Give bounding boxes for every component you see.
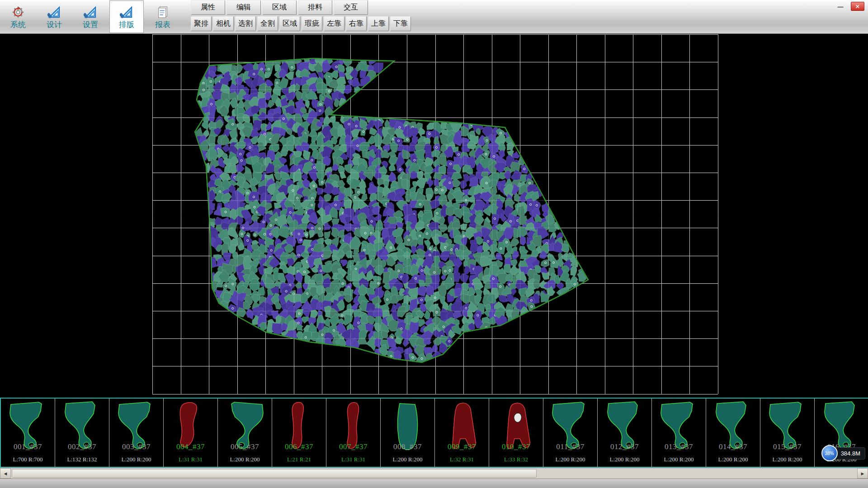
setsquare-icon [120, 5, 133, 19]
menu-tab-nesting[interactable]: 排料 [298, 0, 332, 15]
piece-label: 003_#37 [109, 442, 163, 451]
setsquare-icon [47, 5, 61, 19]
piece-lr-count: L:200 R:200 [109, 456, 163, 463]
thumbnail-item-007[interactable]: 007_#37L:31 R:31 [326, 399, 381, 467]
tool-button-system[interactable]: 系统 [1, 0, 35, 33]
close-button[interactable]: ✕ [851, 2, 864, 11]
tool-button-label: 设计 [47, 21, 62, 28]
tool-button-group: 系统设计设置排版报表 [0, 0, 181, 33]
piece-label: 001_#37 [1, 442, 55, 451]
tool-button-design[interactable]: 设计 [37, 0, 71, 33]
piece-label: 012_#37 [598, 442, 651, 451]
action-button-align-top[interactable]: 上靠 [368, 16, 389, 31]
menu-tab-properties[interactable]: 属性 [191, 0, 225, 15]
piece-label: 008_#37 [381, 442, 434, 451]
piece-lr-count: L:200 R:200 [543, 456, 597, 463]
window-controls: — ✕ [834, 2, 864, 11]
piece-label: 002_#37 [55, 442, 109, 451]
piece-label: 009_#37 [435, 442, 489, 451]
minimize-button[interactable]: — [834, 2, 847, 11]
piece-label: 011_#37 [543, 442, 597, 451]
thumbnail-item-012[interactable]: 012_#37L:200 R:200 [598, 399, 652, 467]
piece-label: 007_#37 [326, 442, 380, 451]
menu-tab-edit[interactable]: 编辑 [226, 0, 261, 15]
status-badge-group: 38% 384.8M [821, 445, 865, 461]
tool-button-settings[interactable]: 设置 [73, 0, 108, 33]
setsquare-icon [84, 5, 97, 19]
piece-lr-count: L:31 R:31 [164, 456, 217, 463]
tool-button-report[interactable]: 报表 [146, 0, 180, 33]
tool-button-label: 报表 [155, 21, 170, 28]
thumbnail-item-005[interactable]: 005_#37L:200 R:200 [218, 399, 272, 467]
action-button-align-bottom[interactable]: 下靠 [390, 16, 411, 31]
scrollbar-thumb[interactable] [12, 469, 537, 478]
report-icon [156, 5, 170, 19]
nesting-canvas[interactable] [0, 34, 868, 398]
piece-lr-count: L:33 R:32 [489, 456, 543, 463]
thumbnail-item-009[interactable]: 009_#37L:32 R:31 [435, 399, 489, 467]
status-bar [0, 479, 868, 488]
piece-label: 013_#37 [652, 442, 706, 451]
scrollbar-track[interactable] [11, 468, 857, 479]
piece-lr-count: L:200 R:200 [706, 456, 760, 463]
thumbnail-item-006[interactable]: 006_#37L:21 R:21 [272, 399, 326, 467]
thumbnail-item-010[interactable]: 010_#37L:33 R:32 [489, 399, 543, 467]
horizontal-scrollbar[interactable]: ◄ ► [0, 468, 868, 479]
action-button-defect[interactable]: 瑕疵 [302, 16, 322, 31]
action-button-align-right[interactable]: 右靠 [346, 16, 367, 31]
piece-label: 006_#37 [272, 442, 326, 451]
gear-icon [11, 5, 25, 19]
action-button-cluster-nest[interactable]: 聚排 [191, 16, 212, 31]
thumbnail-item-014[interactable]: 014_#37L:200 R:200 [706, 399, 760, 467]
thumbnail-list: 001_#37L:700 R:700002_#37L:132 R:132003_… [1, 399, 868, 467]
piece-label: 015_#37 [760, 442, 814, 451]
thumbnail-item-011[interactable]: 011_#37L:200 R:200 [543, 399, 598, 467]
action-button-select-cut[interactable]: 选割 [235, 16, 256, 31]
toolbar: 系统设计设置排版报表 属性编辑区域排料交互 聚排相机选割全割区域瑕疵左靠右靠上靠… [0, 0, 868, 34]
action-button-align-left[interactable]: 左靠 [324, 16, 344, 31]
thumbnail-item-013[interactable]: 013_#37L:200 R:200 [652, 399, 706, 467]
scroll-right-button[interactable]: ► [857, 468, 868, 479]
tool-button-label: 系统 [10, 21, 26, 28]
piece-lr-count: L:200 R:200 [652, 456, 706, 463]
thumbnail-item-004[interactable]: 004_#37L:31 R:31 [164, 399, 218, 467]
piece-lr-count: L:32 R:31 [435, 456, 489, 463]
piece-lr-count: L:132 R:132 [55, 456, 109, 463]
memory-badge: 384.8M [833, 447, 865, 460]
piece-label: 005_#37 [218, 442, 272, 451]
piece-lr-count: L:200 R:200 [381, 456, 434, 463]
piece-lr-count: L:200 R:200 [218, 456, 272, 463]
nesting-canvas-area [0, 34, 868, 398]
piece-lr-count: L:200 R:200 [760, 456, 814, 463]
action-button-region[interactable]: 区域 [279, 16, 300, 31]
menu-tab-row: 属性编辑区域排料交互 [191, 0, 412, 15]
action-button-camera[interactable]: 相机 [213, 16, 234, 31]
piece-label: 014_#37 [706, 442, 760, 451]
thumbnail-item-001[interactable]: 001_#37L:700 R:700 [1, 399, 55, 467]
action-button-cut-all[interactable]: 全割 [257, 16, 278, 31]
piece-lr-count: L:700 R:700 [1, 456, 55, 463]
thumbnail-item-008[interactable]: 008_#37L:200 R:200 [381, 399, 435, 467]
menu-tab-interact[interactable]: 交互 [334, 0, 368, 15]
action-button-row: 聚排相机选割全割区域瑕疵左靠右靠上靠下靠 [191, 16, 412, 31]
menu-stack: 属性编辑区域排料交互 聚排相机选割全割区域瑕疵左靠右靠上靠下靠 [191, 0, 412, 33]
progress-badge: 38% [821, 445, 838, 461]
tool-button-label: 设置 [83, 21, 98, 28]
thumbnail-item-003[interactable]: 003_#37L:200 R:200 [109, 399, 164, 467]
piece-label: 010_#37 [489, 442, 543, 451]
thumbnail-item-015[interactable]: 015_#37L:200 R:200 [760, 399, 815, 467]
piece-lr-count: L:31 R:31 [326, 456, 380, 463]
tool-button-layout[interactable]: 排版 [109, 0, 144, 33]
scroll-left-button[interactable]: ◄ [0, 468, 11, 479]
piece-lr-count: L:200 R:200 [598, 456, 651, 463]
piece-lr-count: L:21 R:21 [272, 456, 326, 463]
piece-label: 004_#37 [164, 442, 217, 451]
thumbnail-item-002[interactable]: 002_#37L:132 R:132 [55, 399, 109, 467]
piece-thumbnail-strip: 001_#37L:700 R:700002_#37L:132 R:132003_… [0, 398, 868, 468]
menu-tab-region[interactable]: 区域 [262, 0, 297, 15]
application-window: 系统设计设置排版报表 属性编辑区域排料交互 聚排相机选割全割区域瑕疵左靠右靠上靠… [0, 0, 868, 488]
tool-button-label: 排版 [119, 21, 134, 28]
